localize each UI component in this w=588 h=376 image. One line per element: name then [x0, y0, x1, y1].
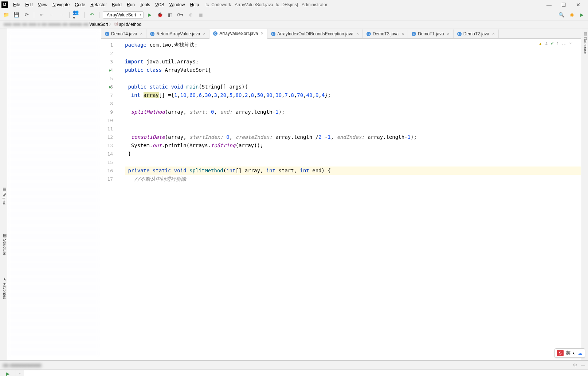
coverage-icon[interactable]: ◧	[166, 11, 174, 19]
window-controls: — ☐ ✕	[544, 2, 587, 8]
class-icon: C	[412, 32, 416, 36]
debug-icon[interactable]: 🐞	[156, 11, 164, 19]
menu-run[interactable]: Run	[125, 1, 137, 8]
run-tool-window: ■■ ■■■■■■■■■■■ ⚙ — ▶ ◼ ⎋ ▥ 🖶 📌 ↑ ↓ ⇕ ⤓ 🗑…	[0, 360, 588, 376]
tab-demot1[interactable]: CDemoT1.java×	[408, 30, 453, 38]
menu-view[interactable]: View	[36, 1, 50, 8]
favorites-tool-tab[interactable]: ★ Favorites	[0, 277, 7, 299]
breadcrumb-class[interactable]: ValueSort	[89, 22, 108, 27]
menu-help[interactable]: Help	[188, 1, 201, 8]
structure-tool-tab[interactable]: ▤ Structure	[0, 233, 7, 255]
menu-navigate[interactable]: Navigate	[50, 1, 72, 8]
hide-icon[interactable]: —	[581, 363, 585, 368]
nav-icon[interactable]: ⇤	[38, 11, 46, 19]
menu-file[interactable]: File	[11, 1, 22, 8]
up-icon[interactable]: ↑	[19, 371, 21, 376]
class-icon: C	[213, 31, 217, 36]
run-anything-icon[interactable]: ▶	[578, 11, 586, 19]
chevron-up-icon[interactable]: ︿	[562, 41, 566, 46]
inspection-widget[interactable]: ▲4 ✔1 ︿ ﹀	[538, 41, 573, 46]
menu-refactor[interactable]: Refactor	[88, 1, 109, 8]
ok-icon: ✔	[550, 41, 554, 46]
close-tab-icon[interactable]: ×	[447, 31, 450, 36]
method-icon: ⓜ	[114, 21, 118, 27]
close-tab-icon[interactable]: ×	[356, 31, 359, 36]
class-icon: C	[366, 32, 371, 36]
gear-icon[interactable]: ⚙	[573, 363, 577, 368]
run-left-toolbar-1: ▶ ◼ ⎋ ▥ 🖶 📌	[0, 370, 16, 376]
menu-tools[interactable]: Tools	[138, 1, 152, 8]
tab-arrayvaluesort[interactable]: CArrayValueSort.java×	[209, 29, 267, 39]
editor-gutter: 1234▶56▶7891011121314151617	[101, 39, 121, 360]
menu-edit[interactable]: Edit	[23, 1, 35, 8]
ime-cloud-icon: ☁	[578, 350, 583, 356]
maximize-button[interactable]: ☐	[559, 2, 568, 8]
undo-arrow-icon[interactable]: ↶	[88, 11, 96, 19]
menu-build[interactable]: Build	[110, 1, 124, 8]
editor-code[interactable]: package com.two.查找算法; import java.util.A…	[121, 39, 581, 360]
run-console[interactable]: ■ ■■■■ ■■ ■■■ ■■■■ ■■ n\java.exe ... [1,…	[24, 370, 588, 376]
gutter-run-icon[interactable]: ▶	[109, 83, 111, 91]
save-icon[interactable]: 💾	[12, 11, 20, 19]
menu-window[interactable]: Window	[167, 1, 187, 8]
close-tab-icon[interactable]: ×	[203, 31, 205, 36]
close-tab-icon[interactable]: ×	[140, 31, 142, 36]
back-icon[interactable]: ←	[48, 11, 56, 19]
window-title: tc_Codework - ArrayValueSort.java [tc_DH…	[205, 2, 328, 7]
ime-punct-icon: •,	[573, 350, 576, 356]
gutter-run-icon[interactable]: ▶	[109, 66, 111, 74]
titlebar: IJ FileEditViewNavigateCodeRefactorBuild…	[0, 0, 588, 9]
close-tab-icon[interactable]: ×	[401, 31, 404, 36]
sogou-icon: S	[557, 350, 564, 356]
minimize-button[interactable]: —	[544, 2, 554, 8]
tab-demot3[interactable]: CDemoT3.java×	[363, 30, 408, 38]
rerun-icon[interactable]: ▶	[6, 371, 9, 376]
menu-vcs[interactable]: VCS	[153, 1, 166, 8]
main-toolbar: 📁 💾 ⟳ ⇤ ← → 👥▾ ↶ ArrayValueSort ▶ 🐞 ◧ ⟳▾…	[0, 9, 588, 20]
menubar: FileEditViewNavigateCodeRefactorBuildRun…	[11, 1, 201, 8]
database-tool-tab[interactable]: ▤ Database	[581, 28, 588, 360]
class-icon: C	[457, 32, 462, 36]
breadcrumb-blurred: ■■■ ■■■ ■■ ■■■ ■ ■■ ■■■■■ ■■ ■■■■■ ■■	[4, 22, 89, 27]
profiler-icon[interactable]: ⟳▾	[176, 11, 184, 19]
class-icon: C	[271, 32, 275, 36]
close-tab-icon[interactable]: ×	[261, 31, 263, 36]
search-icon[interactable]: 🔍	[557, 11, 565, 19]
class-icon: C	[105, 32, 109, 36]
app-logo-icon: IJ	[1, 1, 8, 8]
run-header-blurred: ■■ ■■■■■■■■■■■	[3, 363, 42, 368]
chevron-down-icon[interactable]: ﹀	[569, 41, 573, 46]
open-icon[interactable]: 📁	[2, 11, 10, 19]
attach-icon[interactable]: ⊕	[187, 11, 195, 19]
project-tool-tab[interactable]: ▦ Project	[0, 28, 7, 360]
tab-demot2[interactable]: CDemoT2.java×	[454, 30, 499, 38]
class-icon: C	[150, 32, 154, 36]
menu-code[interactable]: Code	[72, 1, 87, 8]
close-button[interactable]: ✕	[573, 2, 583, 8]
ime-indicator[interactable]: S 英 •, ☁	[554, 348, 585, 358]
tab-demot4[interactable]: CDemoT4.java×	[101, 30, 146, 38]
updates-icon[interactable]: ◉	[568, 11, 576, 19]
run-left-toolbar-2: ↑ ↓ ⇕ ⤓ 🗑	[16, 370, 24, 376]
run-icon[interactable]: ▶	[146, 11, 154, 19]
users-icon[interactable]: 👥▾	[73, 11, 81, 19]
breadcrumb-method[interactable]: splitMethod	[119, 22, 141, 27]
breadcrumb: ■■■ ■■■ ■■ ■■■ ■ ■■ ■■■■■ ■■ ■■■■■ ■■ Va…	[0, 20, 588, 28]
editor-tabs: CDemoT4.java×CReturnArrayValue.java×CArr…	[101, 28, 581, 39]
forward-icon[interactable]: →	[58, 11, 66, 19]
warning-icon: ▲	[538, 42, 542, 46]
tab-arrayindexoutofboundsexception[interactable]: CArrayIndexOutOfBoundsException.java×	[267, 30, 363, 38]
project-tree-panel[interactable]	[7, 28, 101, 360]
run-config-selector[interactable]: ArrayValueSort	[103, 11, 144, 19]
stop-icon[interactable]: ◼	[197, 11, 205, 19]
close-tab-icon[interactable]: ×	[492, 31, 495, 36]
reload-icon[interactable]: ⟳	[23, 11, 31, 19]
tab-returnarrayvalue[interactable]: CReturnArrayValue.java×	[146, 30, 209, 38]
